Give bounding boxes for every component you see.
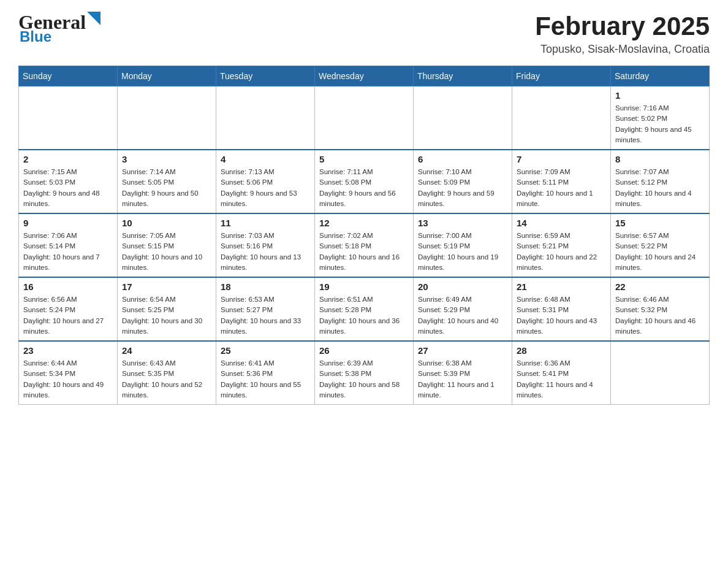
col-sunday: Sunday — [19, 66, 118, 86]
col-thursday: Thursday — [414, 66, 512, 86]
day-info: Sunrise: 6:59 AMSunset: 5:21 PMDaylight:… — [517, 231, 606, 273]
day-info: Sunrise: 6:53 AMSunset: 5:27 PMDaylight:… — [221, 294, 310, 337]
day-number: 2 — [23, 154, 113, 164]
calendar-cell: 18Sunrise: 6:53 AMSunset: 5:27 PMDayligh… — [216, 277, 315, 341]
calendar-cell: 26Sunrise: 6:39 AMSunset: 5:38 PMDayligh… — [315, 341, 414, 405]
calendar-week-row: 16Sunrise: 6:56 AMSunset: 5:24 PMDayligh… — [19, 277, 710, 341]
day-number: 15 — [615, 218, 705, 228]
day-number: 9 — [23, 218, 113, 228]
title-block: February 2025 Topusko, Sisak-Moslavina, … — [535, 12, 710, 56]
day-info: Sunrise: 6:46 AMSunset: 5:32 PMDaylight:… — [615, 294, 705, 337]
day-number: 22 — [615, 282, 705, 292]
calendar-cell: 11Sunrise: 7:03 AMSunset: 5:16 PMDayligh… — [216, 213, 315, 277]
day-info: Sunrise: 7:16 AMSunset: 5:02 PMDaylight:… — [615, 103, 705, 145]
day-info: Sunrise: 6:56 AMSunset: 5:24 PMDaylight:… — [23, 294, 113, 337]
logo-blue-text: Blue — [20, 28, 51, 45]
calendar-cell: 14Sunrise: 6:59 AMSunset: 5:21 PMDayligh… — [512, 213, 611, 277]
day-number: 10 — [122, 218, 211, 228]
calendar-cell: 19Sunrise: 6:51 AMSunset: 5:28 PMDayligh… — [315, 277, 414, 341]
day-number: 27 — [418, 345, 507, 356]
calendar-cell: 5Sunrise: 7:11 AMSunset: 5:08 PMDaylight… — [315, 150, 414, 213]
calendar-cell — [315, 86, 414, 150]
calendar-cell: 23Sunrise: 6:44 AMSunset: 5:34 PMDayligh… — [19, 341, 118, 405]
day-number: 1 — [615, 90, 705, 101]
day-info: Sunrise: 7:03 AMSunset: 5:16 PMDaylight:… — [221, 231, 310, 273]
day-number: 14 — [517, 218, 606, 228]
day-number: 26 — [319, 345, 409, 356]
calendar-cell: 1Sunrise: 7:16 AMSunset: 5:02 PMDaylight… — [611, 86, 710, 150]
calendar-week-row: 1Sunrise: 7:16 AMSunset: 5:02 PMDaylight… — [19, 86, 710, 150]
day-info: Sunrise: 6:41 AMSunset: 5:36 PMDaylight:… — [221, 358, 310, 400]
calendar-cell: 17Sunrise: 6:54 AMSunset: 5:25 PMDayligh… — [118, 277, 216, 341]
day-info: Sunrise: 7:07 AMSunset: 5:12 PMDaylight:… — [615, 167, 705, 209]
calendar-cell: 21Sunrise: 6:48 AMSunset: 5:31 PMDayligh… — [512, 277, 611, 341]
day-number: 12 — [319, 218, 409, 228]
calendar-header-row: Sunday Monday Tuesday Wednesday Thursday… — [19, 66, 710, 86]
day-number: 16 — [23, 282, 113, 292]
col-tuesday: Tuesday — [216, 66, 315, 86]
calendar-cell: 22Sunrise: 6:46 AMSunset: 5:32 PMDayligh… — [611, 277, 710, 341]
day-info: Sunrise: 6:44 AMSunset: 5:34 PMDaylight:… — [23, 358, 113, 400]
day-number: 17 — [122, 282, 211, 292]
calendar-cell: 4Sunrise: 7:13 AMSunset: 5:06 PMDaylight… — [216, 150, 315, 213]
day-info: Sunrise: 6:43 AMSunset: 5:35 PMDaylight:… — [122, 358, 211, 400]
logo: General Blue — [18, 12, 100, 45]
page-subtitle: Topusko, Sisak-Moslavina, Croatia — [535, 43, 710, 56]
day-info: Sunrise: 6:48 AMSunset: 5:31 PMDaylight:… — [517, 294, 606, 337]
day-number: 18 — [221, 282, 310, 292]
calendar-cell — [611, 341, 710, 405]
col-wednesday: Wednesday — [315, 66, 414, 86]
calendar-cell: 16Sunrise: 6:56 AMSunset: 5:24 PMDayligh… — [19, 277, 118, 341]
page-header: General Blue February 2025 Topusko, Sisa… — [18, 12, 710, 56]
day-number: 20 — [418, 282, 507, 292]
day-number: 8 — [615, 154, 705, 164]
calendar-cell: 6Sunrise: 7:10 AMSunset: 5:09 PMDaylight… — [414, 150, 512, 213]
day-info: Sunrise: 6:38 AMSunset: 5:39 PMDaylight:… — [418, 358, 507, 400]
calendar-cell: 24Sunrise: 6:43 AMSunset: 5:35 PMDayligh… — [118, 341, 216, 405]
day-info: Sunrise: 7:11 AMSunset: 5:08 PMDaylight:… — [319, 167, 409, 209]
day-number: 21 — [517, 282, 606, 292]
calendar-week-row: 2Sunrise: 7:15 AMSunset: 5:03 PMDaylight… — [19, 150, 710, 213]
day-number: 28 — [517, 345, 606, 356]
day-info: Sunrise: 7:10 AMSunset: 5:09 PMDaylight:… — [418, 167, 507, 209]
day-info: Sunrise: 6:36 AMSunset: 5:41 PMDaylight:… — [517, 358, 606, 400]
day-info: Sunrise: 7:15 AMSunset: 5:03 PMDaylight:… — [23, 167, 113, 209]
day-info: Sunrise: 7:06 AMSunset: 5:14 PMDaylight:… — [23, 231, 113, 273]
col-saturday: Saturday — [611, 66, 710, 86]
col-monday: Monday — [118, 66, 216, 86]
calendar-cell: 13Sunrise: 7:00 AMSunset: 5:19 PMDayligh… — [414, 213, 512, 277]
day-info: Sunrise: 6:39 AMSunset: 5:38 PMDaylight:… — [319, 358, 409, 400]
day-info: Sunrise: 7:05 AMSunset: 5:15 PMDaylight:… — [122, 231, 211, 273]
calendar-cell: 25Sunrise: 6:41 AMSunset: 5:36 PMDayligh… — [216, 341, 315, 405]
day-number: 25 — [221, 345, 310, 356]
calendar-cell: 3Sunrise: 7:14 AMSunset: 5:05 PMDaylight… — [118, 150, 216, 213]
day-info: Sunrise: 6:49 AMSunset: 5:29 PMDaylight:… — [418, 294, 507, 337]
page-title: February 2025 — [535, 12, 710, 40]
calendar-cell: 12Sunrise: 7:02 AMSunset: 5:18 PMDayligh… — [315, 213, 414, 277]
day-info: Sunrise: 7:13 AMSunset: 5:06 PMDaylight:… — [221, 167, 310, 209]
calendar-cell — [19, 86, 118, 150]
calendar-cell: 28Sunrise: 6:36 AMSunset: 5:41 PMDayligh… — [512, 341, 611, 405]
day-info: Sunrise: 6:57 AMSunset: 5:22 PMDaylight:… — [615, 231, 705, 273]
day-number: 19 — [319, 282, 409, 292]
day-info: Sunrise: 7:00 AMSunset: 5:19 PMDaylight:… — [418, 231, 507, 273]
day-info: Sunrise: 7:09 AMSunset: 5:11 PMDaylight:… — [517, 167, 606, 209]
calendar-cell: 15Sunrise: 6:57 AMSunset: 5:22 PMDayligh… — [611, 213, 710, 277]
day-number: 11 — [221, 218, 310, 228]
calendar-cell — [414, 86, 512, 150]
day-info: Sunrise: 6:51 AMSunset: 5:28 PMDaylight:… — [319, 294, 409, 337]
day-number: 23 — [23, 345, 113, 356]
col-friday: Friday — [512, 66, 611, 86]
calendar-cell: 9Sunrise: 7:06 AMSunset: 5:14 PMDaylight… — [19, 213, 118, 277]
day-number: 4 — [221, 154, 310, 164]
day-number: 3 — [122, 154, 211, 164]
calendar-cell — [216, 86, 315, 150]
calendar-cell — [512, 86, 611, 150]
calendar-cell — [118, 86, 216, 150]
calendar-cell: 27Sunrise: 6:38 AMSunset: 5:39 PMDayligh… — [414, 341, 512, 405]
calendar-cell: 20Sunrise: 6:49 AMSunset: 5:29 PMDayligh… — [414, 277, 512, 341]
day-info: Sunrise: 6:54 AMSunset: 5:25 PMDaylight:… — [122, 294, 211, 337]
day-number: 24 — [122, 345, 211, 356]
calendar-cell: 2Sunrise: 7:15 AMSunset: 5:03 PMDaylight… — [19, 150, 118, 213]
day-number: 5 — [319, 154, 409, 164]
